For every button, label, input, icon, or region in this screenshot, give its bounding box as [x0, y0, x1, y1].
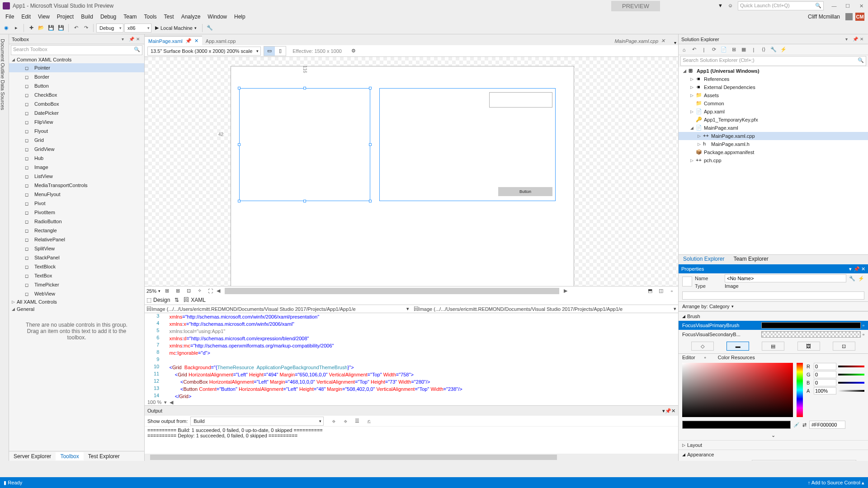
toolbox-item[interactable]: ◻CheckBox [9, 90, 144, 99]
menu-build[interactable]: Build [77, 14, 97, 20]
arrange-by[interactable]: Arrange by: Category▾ [679, 301, 868, 311]
toolbox-item[interactable]: ◻RelativePanel [9, 235, 144, 244]
eyedropper-icon[interactable]: 💉 [793, 422, 800, 428]
menu-debug[interactable]: Debug [97, 14, 120, 20]
menu-project[interactable]: Project [53, 14, 77, 20]
cat-brush[interactable]: ◢Brush [679, 311, 868, 321]
feedback-icon[interactable]: ☺ [728, 3, 734, 9]
combobox-element[interactable] [489, 92, 552, 108]
b-input[interactable] [814, 379, 836, 386]
tab-color-resources[interactable]: Color Resources [718, 355, 755, 360]
solution-search[interactable]: Search Solution Explorer (Ctrl+;)🔍 [680, 56, 866, 66]
out-btn3[interactable]: ☰ [353, 417, 362, 426]
toolbox-item[interactable]: ◻Pointer [9, 63, 144, 72]
color-field[interactable] [682, 363, 793, 417]
tool-button[interactable]: 🔧 [205, 23, 214, 33]
dropdown-icon[interactable]: ▾ [122, 37, 127, 42]
settings-icon[interactable]: ⚙ [349, 47, 358, 56]
tab-mainpage[interactable]: MainPage.xaml📌✕ [145, 36, 202, 45]
redo-button[interactable]: ↷ [81, 23, 90, 33]
design-canvas[interactable]: 116 42 Button [145, 57, 678, 286]
close-button[interactable]: ✕ [854, 1, 868, 11]
se-icon[interactable]: ▦ [740, 46, 747, 53]
se-icon[interactable]: ⟨⟩ [760, 46, 767, 53]
code-editor[interactable]: 3456789101112131415 xmlns="http://schema… [145, 313, 678, 399]
tab-editor[interactable]: Editor [682, 355, 695, 360]
menu-window[interactable]: Window [204, 14, 231, 20]
out-btn2[interactable]: ⎆ [341, 417, 350, 426]
output-hscroll[interactable] [145, 454, 678, 461]
close-icon[interactable]: ✕ [860, 37, 865, 42]
brush-tile[interactable]: 🖼 [797, 342, 820, 351]
save-button[interactable]: 💾 [47, 23, 56, 33]
split-v-icon[interactable]: ◫ [656, 286, 665, 296]
orientation-toggle[interactable]: ▭▯ [264, 46, 286, 56]
se-icon[interactable]: ⚡ [780, 46, 787, 53]
toolbox-item[interactable]: ◻ListView [9, 172, 144, 181]
device-dropdown[interactable]: 13.5" Surface Book (3000 x 2000) 200% sc… [147, 47, 261, 56]
tab-server-explorer[interactable]: Server Explorer [9, 452, 56, 460]
se-icon[interactable]: ⊞ [730, 46, 737, 53]
group-all[interactable]: ▷All XAML Controls [9, 298, 144, 305]
wrench-icon[interactable]: 🔧 [849, 276, 855, 282]
zoom-level[interactable]: 25% [146, 288, 156, 294]
color-picker[interactable]: R G B A [679, 361, 868, 419]
collapse-icon[interactable]: ▫ [667, 286, 676, 296]
a-input[interactable] [814, 387, 836, 394]
tab-overflow[interactable]: ▾ [672, 40, 678, 45]
toolbox-item[interactable]: ◻Grid [9, 136, 144, 145]
close-tab-icon[interactable]: ✕ [194, 38, 198, 44]
snap-icon[interactable]: ⊡ [184, 286, 193, 296]
toolbox-item[interactable]: ◻Button [9, 81, 144, 90]
maximize-button[interactable]: ☐ [841, 1, 854, 11]
group-common[interactable]: ◢Common XAML Controls [9, 56, 144, 63]
menu-analyze[interactable]: Analyze [178, 14, 204, 20]
toolbox-item[interactable]: ◻PivotItem [9, 208, 144, 217]
config-dropdown[interactable]: Debug [96, 23, 123, 33]
toolbox-item[interactable]: ◻MediaTransportControls [9, 181, 144, 190]
menu-tools[interactable]: Tools [141, 14, 160, 20]
brush-primary[interactable]: FocusVisualPrimaryBrush▫ [679, 321, 868, 330]
se-icon[interactable]: 🔧 [770, 46, 777, 53]
toolbox-item[interactable]: ◻MenuFlyout [9, 190, 144, 199]
undo-button[interactable]: ↶ [71, 23, 80, 33]
grid-icon[interactable]: ⊞ [162, 286, 171, 296]
group-general[interactable]: ◢General [9, 305, 144, 313]
hex-input[interactable] [809, 421, 845, 429]
menu-edit[interactable]: Edit [18, 14, 34, 20]
flag-icon[interactable] [845, 13, 853, 20]
toolbox-item[interactable]: ◻TextBox [9, 271, 144, 280]
brush-gradient[interactable]: ▤ [762, 342, 784, 351]
toolbox-item[interactable]: ◻FlipView [9, 117, 144, 127]
tab-toolbox[interactable]: Toolbox [56, 452, 83, 460]
button-element[interactable]: Button [498, 187, 552, 196]
output-text[interactable]: ========== Build: 1 succeeded, 0 failed,… [145, 427, 678, 454]
quick-launch-input[interactable]: Quick Launch (Ctrl+Q)🔍 [738, 1, 824, 10]
toolbox-item[interactable]: ◻RadioButton [9, 217, 144, 226]
toolbox-item[interactable]: ◻Flyout [9, 127, 144, 136]
back-button[interactable]: ◉ [2, 23, 11, 33]
out-btn4[interactable]: ⎌ [364, 417, 373, 426]
out-btn1[interactable]: ⎆ [329, 417, 338, 426]
sync-icon[interactable]: ⟳ [710, 46, 717, 53]
close-icon[interactable]: ✕ [671, 408, 675, 414]
toolbox-item[interactable]: ◻Hub [9, 154, 144, 163]
hscroll[interactable] [225, 288, 559, 294]
tab-test-explorer[interactable]: Test Explorer [84, 452, 124, 460]
brush-none[interactable]: ◇ [691, 342, 714, 351]
open-button[interactable]: 📂 [37, 23, 46, 33]
grid2-icon[interactable]: ⊞ [173, 286, 182, 296]
expand-icon[interactable]: ⌄ [679, 431, 868, 440]
split-h-icon[interactable]: ⬒ [646, 286, 655, 296]
swap-icon[interactable]: ⇅ [175, 297, 179, 303]
menu-test[interactable]: Test [160, 14, 178, 20]
toolbox-item[interactable]: ◻TimePicker [9, 280, 144, 289]
brush-resource[interactable]: ⊡ [833, 342, 855, 351]
close-icon[interactable]: ✕ [136, 37, 142, 42]
toolbox-item[interactable]: ◻WebView [9, 289, 144, 298]
tab-solution-explorer[interactable]: Solution Explorer [679, 255, 729, 264]
fit-icon[interactable]: ⛶ [206, 286, 215, 296]
brush-solid[interactable]: ▬ [726, 342, 749, 351]
pin-icon[interactable]: 📌 [129, 37, 134, 42]
properties-search[interactable] [682, 291, 864, 300]
